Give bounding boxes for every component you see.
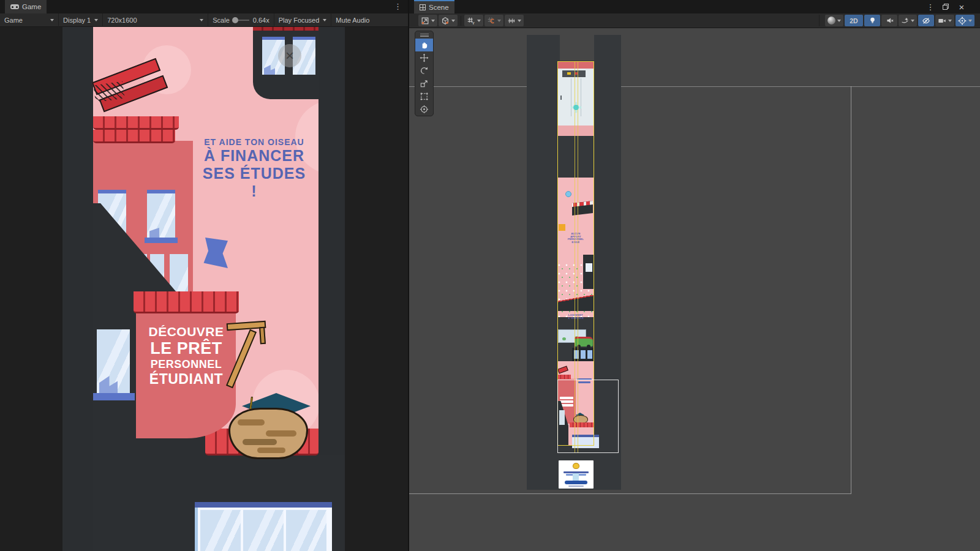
- transform-gizmo[interactable]: [573, 105, 579, 110]
- window-frame: [293, 37, 315, 40]
- chevron-down-icon: [518, 20, 521, 24]
- game-toolbar: Game Display 1 720x1600 Scale 0.64x Play…: [0, 13, 408, 27]
- chevron-down-icon: [968, 20, 972, 24]
- promo-line: DÉCOUVRE: [137, 324, 235, 339]
- game-mode-label: Game: [4, 17, 23, 24]
- window-restore-icon[interactable]: [941, 2, 951, 12]
- palette-drag-handle[interactable]: [415, 31, 433, 39]
- camera-settings-button[interactable]: [935, 15, 954, 26]
- window-tall: [97, 329, 130, 393]
- scale-slider-knob[interactable]: [232, 17, 238, 23]
- scene-panel: Scene ⋮ × Y: [409, 0, 980, 551]
- roof-shingles: [93, 130, 175, 143]
- nest-strand: [266, 430, 296, 437]
- nest-strand: [243, 439, 277, 445]
- scene-tabbar: Scene ⋮ ×: [409, 0, 980, 13]
- nest-strand: [257, 448, 285, 453]
- game-tabbar: Game ⋮: [0, 0, 408, 13]
- storefront-pane: [243, 510, 284, 551]
- chevron-down-icon: [497, 20, 501, 24]
- canvas-bounds-rect: [409, 86, 851, 494]
- storefront-frame: [195, 502, 332, 508]
- window-decor: [264, 65, 275, 75]
- rect-tool[interactable]: [415, 90, 433, 103]
- restore-glyph: [943, 4, 949, 10]
- scene-tab-label: Scene: [429, 4, 449, 11]
- resolution-label: 720x1600: [107, 17, 137, 24]
- increment-snap-button[interactable]: [505, 15, 524, 26]
- window-frame: [98, 190, 126, 193]
- window: [147, 190, 175, 239]
- close-icon: ×: [285, 47, 294, 64]
- storefront-pane: [200, 510, 241, 551]
- effects-button[interactable]: [899, 15, 917, 26]
- resolution-dropdown[interactable]: 720x1600: [103, 13, 208, 27]
- handle-orientation-button[interactable]: [439, 15, 458, 26]
- ad-close-button[interactable]: ×: [278, 44, 301, 67]
- window-close-icon[interactable]: ×: [957, 2, 967, 12]
- storefront-window: [195, 502, 332, 551]
- nest-strand: [238, 419, 265, 425]
- headline-line: SES ÉTUDES !: [200, 165, 309, 200]
- window-frame: [262, 37, 285, 40]
- transform-tool[interactable]: [415, 103, 433, 116]
- game-tab-label: Game: [22, 3, 41, 10]
- endcard-sprite[interactable]: [559, 460, 594, 489]
- wood-beam: [259, 327, 266, 345]
- scene-visibility-button[interactable]: [918, 15, 934, 26]
- endcard-text-bar: [568, 485, 584, 487]
- storefront-frame: [195, 508, 198, 551]
- mute-audio-label: Mute Audio: [336, 17, 369, 24]
- scene-view[interactable]: AUCUN APPORT PERSONNEL EXIGÉ LOGEMENT & …: [409, 28, 980, 551]
- grid-snapping-button[interactable]: Y: [464, 15, 483, 26]
- scale-label: Scale: [213, 17, 230, 24]
- storefront-pane: [286, 510, 326, 551]
- display-label: Display 1: [63, 17, 91, 24]
- move-icon: [420, 53, 429, 62]
- draw-mode-button[interactable]: [825, 15, 843, 26]
- window-sill: [93, 393, 135, 400]
- game-viewport[interactable]: × DÉC: [0, 27, 408, 551]
- rotate-tool[interactable]: [415, 64, 433, 77]
- tab-game[interactable]: Game: [5, 0, 47, 13]
- headline-line: ET AIDE TON OISEAU: [200, 137, 309, 147]
- scale-slider[interactable]: [233, 20, 249, 21]
- tab-scene[interactable]: Scene: [414, 0, 454, 13]
- scene-tool-palette: [415, 31, 434, 116]
- window-frame: [147, 190, 175, 193]
- display-dropdown[interactable]: Display 1: [59, 13, 103, 27]
- scene-gizmo-button[interactable]: [956, 15, 974, 26]
- chevron-down-icon: [323, 19, 326, 23]
- scene-toolbar: Y 2D: [409, 13, 980, 28]
- mute-audio-button[interactable]: Mute Audio: [331, 13, 374, 27]
- bird-nest: [228, 408, 308, 459]
- window-menu-icon[interactable]: ⋮: [926, 2, 935, 12]
- scene-audio-button[interactable]: [881, 15, 897, 26]
- tool-settings-button[interactable]: [418, 15, 437, 26]
- backdrop-notch: [560, 35, 594, 61]
- awning-shingles: [134, 291, 239, 313]
- scene-toolbar-right: 2D: [819, 15, 975, 26]
- camera-icon: [938, 17, 946, 25]
- chevron-down-icon: [837, 20, 841, 24]
- game-mode-dropdown[interactable]: Game: [0, 13, 59, 27]
- chevron-down-icon: [431, 20, 435, 24]
- game-menu-icon[interactable]: ⋮: [394, 2, 402, 11]
- view-hand-tool[interactable]: [415, 39, 433, 51]
- scale-tool[interactable]: [415, 77, 433, 90]
- separator: [461, 16, 461, 26]
- snap-toggle-button[interactable]: [484, 15, 503, 26]
- scene-toolbar-left: Y: [418, 15, 524, 26]
- scale-value: 0.64x: [253, 17, 270, 24]
- scene-lighting-button[interactable]: [864, 15, 880, 26]
- move-tool[interactable]: [415, 51, 433, 64]
- headline-line: À FINANCER: [200, 147, 309, 165]
- game-render-surface: × DÉC: [62, 27, 345, 551]
- 2d-mode-button[interactable]: 2D: [845, 15, 863, 26]
- chevron-down-icon: [200, 19, 203, 23]
- chevron-down-icon: [948, 20, 952, 24]
- play-focused-dropdown[interactable]: Play Focused: [274, 13, 332, 27]
- eye-slash-icon: [922, 17, 930, 25]
- scene-grid-icon: [420, 4, 426, 10]
- rect-icon: [420, 92, 429, 101]
